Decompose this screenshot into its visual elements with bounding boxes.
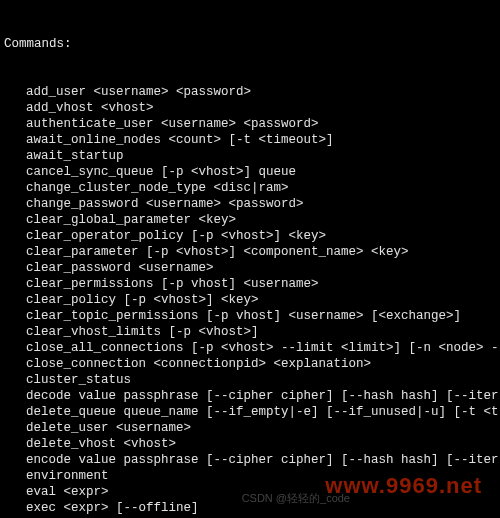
command-line: clear_password <username> bbox=[4, 260, 498, 276]
command-line: clear_operator_policy [-p <vhost>] <key> bbox=[4, 228, 498, 244]
command-line: clear_permissions [-p vhost] <username> bbox=[4, 276, 498, 292]
command-line: encode value passphrase [--cipher cipher… bbox=[4, 452, 498, 468]
command-line: decode value passphrase [--cipher cipher… bbox=[4, 388, 498, 404]
command-line: close_all_connections [-p <vhost> --limi… bbox=[4, 340, 498, 356]
command-line: clear_topic_permissions [-p vhost] <user… bbox=[4, 308, 498, 324]
command-line: cluster_status bbox=[4, 372, 498, 388]
command-line: await_online_nodes <count> [-t <timeout>… bbox=[4, 132, 498, 148]
command-line: cancel_sync_queue [-p <vhost>] queue bbox=[4, 164, 498, 180]
command-line: delete_user <username> bbox=[4, 420, 498, 436]
command-line: delete_vhost <vhost> bbox=[4, 436, 498, 452]
commands-heading: Commands: bbox=[4, 36, 498, 52]
command-line: clear_policy [-p <vhost>] <key> bbox=[4, 292, 498, 308]
commands-list: add_user <username> <password>add_vhost … bbox=[4, 84, 498, 518]
command-line: clear_vhost_limits [-p <vhost>] bbox=[4, 324, 498, 340]
command-line: environment bbox=[4, 468, 498, 484]
command-line: close_connection <connectionpid> <explan… bbox=[4, 356, 498, 372]
command-line: clear_global_parameter <key> bbox=[4, 212, 498, 228]
command-line: await_startup bbox=[4, 148, 498, 164]
command-line: add_vhost <vhost> bbox=[4, 100, 498, 116]
command-line: change_password <username> <password> bbox=[4, 196, 498, 212]
command-line: change_cluster_node_type <disc|ram> bbox=[4, 180, 498, 196]
command-line: eval <expr> bbox=[4, 484, 498, 500]
terminal-output: Commands: add_user <username> <password>… bbox=[0, 0, 500, 518]
command-line: authenticate_user <username> <password> bbox=[4, 116, 498, 132]
command-line: add_user <username> <password> bbox=[4, 84, 498, 100]
command-line: exec <expr> [--offline] bbox=[4, 500, 498, 516]
command-line: delete_queue queue_name [--if_empty|-e] … bbox=[4, 404, 498, 420]
command-line: clear_parameter [-p <vhost>] <component_… bbox=[4, 244, 498, 260]
